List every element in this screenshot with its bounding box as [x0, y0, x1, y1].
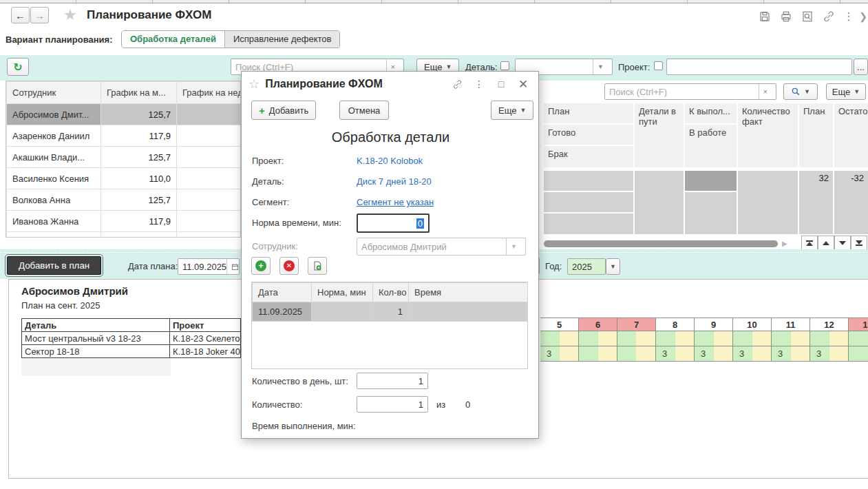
table-cell[interactable]: Акашкин Влади... — [7, 147, 101, 168]
calendar-cell[interactable] — [810, 331, 849, 346]
clear-search-icon[interactable]: × — [759, 84, 772, 99]
table-cell[interactable]: Азаренков Даниил — [7, 125, 101, 147]
calendar-cell[interactable]: 3 — [733, 346, 772, 362]
calendar-cell[interactable]: 3 — [695, 346, 733, 362]
col-header-time[interactable]: Время — [409, 283, 528, 302]
maximize-icon[interactable]: □ — [493, 76, 509, 92]
more-button-production[interactable]: Еще▼ — [826, 83, 866, 100]
table-cell[interactable]: 125,7 — [101, 232, 177, 238]
calendar-cell[interactable] — [849, 346, 868, 362]
table-cell[interactable]: 117,9 — [101, 125, 177, 147]
production-search-input[interactable]: Поиск (Ctrl+F) × — [604, 83, 776, 100]
col-header-gotovo[interactable]: Готово — [544, 125, 633, 145]
table-row[interactable]: 11.09.20251 — [253, 302, 528, 322]
tab-ispravlenie-defektov[interactable]: Исправление дефектов — [224, 31, 340, 48]
table-cell[interactable]: 28, — [177, 104, 242, 125]
project-filter-input[interactable] — [666, 59, 852, 75]
table-cell[interactable]: 125,7 — [101, 104, 177, 125]
table-cell[interactable]: Абросимов Дмит... — [7, 104, 101, 125]
scroll-down-button[interactable] — [834, 236, 851, 251]
qty-per-day-input[interactable]: 1 — [357, 373, 428, 389]
table-cell[interactable]: 11.09.2025 — [253, 302, 312, 322]
dialog-cancel-button[interactable]: Отмена — [339, 101, 389, 120]
segment-link[interactable]: Сегмент не указан — [357, 197, 434, 207]
cell-plan-value[interactable]: 32 — [799, 171, 833, 234]
calendar-cell[interactable] — [656, 331, 695, 346]
table-cell[interactable]: 31, — [177, 189, 242, 211]
delete-row-button[interactable]: ✕ — [279, 257, 299, 275]
dialog-add-button[interactable]: + Добавить — [251, 101, 316, 120]
table-row[interactable]: Волкова Анна125,731, — [7, 189, 242, 211]
tab-obrabotka-detaley[interactable]: Обработка деталей — [122, 31, 224, 48]
qty-input[interactable]: 1 — [357, 396, 428, 413]
table-row[interactable]: Василенко Ксения110,023, — [7, 168, 242, 189]
col-header-kolichestvo-fakt[interactable]: Количество факт — [738, 103, 798, 167]
plan-date-input[interactable]: 11.09.2025 — [178, 258, 240, 275]
cell-detali-v-puti[interactable] — [635, 171, 684, 234]
calendar-cell[interactable] — [540, 331, 579, 346]
table-cell[interactable]: 31, — [177, 211, 242, 232]
cell-brak[interactable] — [544, 214, 633, 234]
table-cell[interactable] — [312, 302, 373, 322]
table-cell[interactable] — [409, 302, 528, 322]
chevron-down-icon[interactable]: ▼ — [506, 238, 521, 255]
table-row[interactable]: Азаренков Даниил117,923, — [7, 125, 242, 147]
link-icon[interactable] — [821, 9, 836, 24]
more-dots-icon[interactable]: ⋮ — [471, 76, 487, 92]
col-header-qty[interactable]: Кол-во — [373, 283, 409, 302]
table-cell[interactable]: 28, — [177, 147, 242, 168]
calendar-cell[interactable]: 3 — [810, 346, 849, 362]
scroll-right-icon[interactable]: ▶ — [782, 240, 787, 247]
norm-time-input[interactable]: 0 — [357, 214, 430, 233]
search-menu-button[interactable]: ▼ — [783, 83, 818, 100]
preview-icon[interactable] — [800, 9, 815, 24]
table-cell[interactable]: 125,7 — [101, 189, 177, 211]
table-row[interactable]: Изаелин Марк125,728 — [7, 232, 242, 238]
dialog-more-button[interactable]: Еще▼ — [491, 101, 533, 120]
col-header-week[interactable]: График на нед. — [177, 82, 242, 104]
calendar-cell[interactable]: 3 — [540, 346, 579, 362]
calendar-cell[interactable] — [772, 331, 810, 346]
link-icon[interactable] — [449, 76, 465, 92]
cell-plan[interactable] — [544, 171, 633, 191]
calendar-cell[interactable] — [695, 331, 733, 346]
chevron-right-icon[interactable]: ❯ — [856, 9, 868, 24]
table-row[interactable]: Иванова Жанна117,931, — [7, 211, 242, 232]
table-cell[interactable]: 1 — [373, 302, 409, 322]
cell-kolichestvo-fakt[interactable] — [738, 171, 798, 234]
cell-gotovo[interactable] — [544, 192, 633, 212]
project-link[interactable]: K.18-20 Kolobok — [357, 156, 423, 166]
detail-filter-checkbox[interactable] — [500, 61, 509, 70]
table-cell[interactable]: Волкова Анна — [7, 189, 101, 211]
calendar-cell[interactable] — [579, 346, 617, 362]
table-cell[interactable]: Василенко Ксения — [7, 168, 101, 189]
print-icon[interactable] — [779, 9, 794, 24]
table-row[interactable]: Сектор 18-18К.18-18 Joker 40 Н — [22, 345, 241, 358]
col-header-brak[interactable]: Брак — [544, 146, 633, 167]
calendar-cell[interactable] — [849, 331, 868, 346]
add-row-button[interactable]: + — [251, 257, 271, 275]
calendar-cell[interactable]: 3 — [772, 346, 810, 362]
table-cell[interactable]: 117,9 — [101, 211, 177, 232]
col-header-employee[interactable]: Сотрудник — [7, 82, 101, 104]
cell-v-rabote[interactable] — [685, 192, 737, 234]
table-row[interactable]: Абросимов Дмит...125,728, — [7, 104, 242, 125]
col-header-plan[interactable]: План — [544, 103, 633, 123]
table-cell[interactable]: 125,7 — [101, 147, 177, 168]
forward-button[interactable]: → — [30, 7, 49, 23]
favorite-star-icon[interactable]: ★ — [63, 6, 77, 24]
col-header-norm[interactable]: Норма, мин — [312, 283, 373, 302]
table-cell[interactable]: 110,0 — [101, 168, 177, 189]
col-header-detali-v-puti[interactable]: Детали в пути — [635, 103, 684, 167]
calendar-cell[interactable]: 3 — [656, 346, 695, 362]
calendar-cell[interactable] — [617, 331, 656, 346]
col-header-date[interactable]: Дата — [253, 283, 312, 302]
year-dropdown-button[interactable]: ▼ — [606, 258, 620, 275]
scroll-to-bottom-button[interactable] — [851, 236, 867, 251]
project-filter-checkbox[interactable] — [654, 61, 663, 70]
calendar-cell[interactable] — [733, 331, 772, 346]
scroll-to-top-button[interactable] — [801, 236, 818, 251]
back-button[interactable]: ← — [11, 7, 30, 23]
cell-k-vypolneniyu-selected[interactable] — [685, 171, 737, 191]
col-header-v-rabote[interactable]: В работе — [685, 125, 737, 167]
